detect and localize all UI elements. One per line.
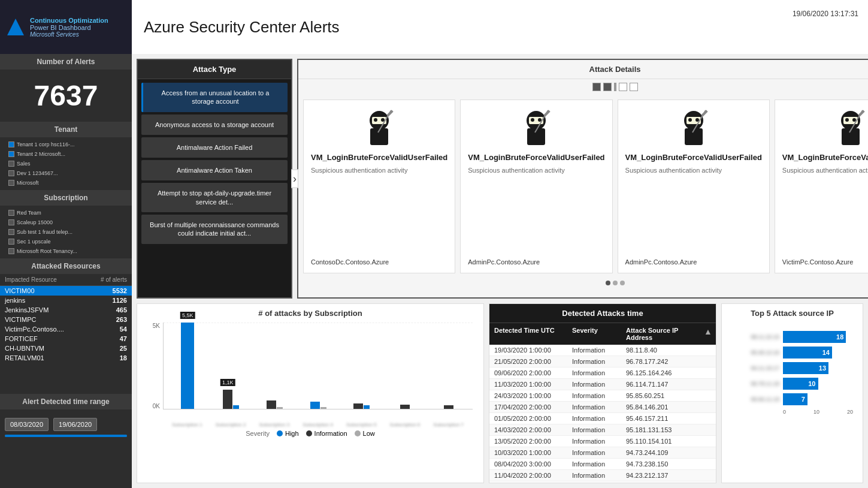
resource-scroll[interactable]: VICTIM00 5532 jenkins 1126 JenkinsJSFVM … [0, 286, 132, 394]
attack-btn-5[interactable]: Attempt to stop apt-daily-upgrade.timer … [141, 183, 288, 212]
table-row-1[interactable]: 19/03/2020 1:00:00 Information 98.11.8.4… [489, 345, 716, 356]
ip-bar-3: 13 [783, 362, 828, 374]
ip-bar-5: 7 [783, 393, 807, 405]
alert-card-1[interactable]: VM_LoginBruteForceValidUserFailed Suspic… [303, 100, 455, 273]
attack-btn-4[interactable]: Antimalware Action Taken [141, 160, 288, 180]
date-start-button[interactable]: 08/03/2020 [5, 418, 49, 431]
resource-row-retailvm01[interactable]: RETAILVM01 18 [0, 353, 132, 363]
card-resource-1: ContosoDc.Contoso.Azure [311, 258, 389, 266]
page-dot-1[interactable] [606, 281, 610, 285]
x-label-5: Subscription 5 [342, 422, 381, 427]
y-label-0k: 0K [142, 403, 160, 409]
table-row-13[interactable]: 21/04/2020 2:00:00 Information 94.23.212… [489, 481, 716, 483]
attack-btn-1[interactable]: Access from an unusual location to a sto… [141, 83, 288, 112]
legend-label-high: High [285, 430, 299, 437]
sub-checkbox-1[interactable] [8, 210, 14, 216]
ip-row-5: 95.84.11.19 7 [731, 393, 853, 405]
tenant-checkbox-5[interactable] [8, 180, 14, 186]
tenant-checkbox-3[interactable] [8, 161, 14, 167]
horiz-x-axis: 0 10 20 [731, 409, 853, 415]
top5-ip-panel: Top 5 Attack source IP 98.11.22.15 18 [721, 303, 863, 483]
resource-row-victim00[interactable]: VICTIM00 5532 [0, 286, 132, 296]
sub-item-4[interactable]: Sec 1 upscale [5, 237, 127, 246]
date-end-button[interactable]: 19/06/2020 [53, 418, 97, 431]
alerts-section-title: Number of Alerts [0, 54, 132, 70]
tenant-checkbox-1[interactable] [8, 141, 14, 147]
card-resource-3: AdminPc.Contoso.Azure [625, 258, 697, 266]
horiz-bar-chart: 98.11.22.15 18 95.45.12.16 14 [727, 323, 858, 420]
bar-high-4 [310, 402, 320, 409]
sub-item-2[interactable]: Scaleup 15000 [5, 218, 127, 227]
table-row-7[interactable]: 01/05/2020 2:00:00 Information 95.46.157… [489, 413, 716, 424]
bar-group-6 [386, 323, 425, 409]
table-row-9[interactable]: 13/05/2020 2:00:00 Information 95.110.15… [489, 436, 716, 447]
attack-btn-6[interactable]: Burst of multiple reconnaissance command… [141, 215, 288, 244]
svg-marker-0 [7, 19, 24, 35]
page-dot-3[interactable] [620, 281, 625, 285]
date-slider[interactable] [5, 435, 127, 437]
table-body[interactable]: 19/03/2020 1:00:00 Information 98.11.8.4… [489, 345, 716, 483]
dot-divider [614, 83, 616, 91]
legend-dot-high [277, 430, 283, 436]
sub-checkbox-2[interactable] [8, 219, 14, 225]
ip-bar-container-3: 13 [783, 362, 853, 374]
tenant-item-2[interactable]: Tenant 2 Microsoft... [5, 149, 127, 159]
bar-low-4 [320, 407, 326, 409]
alerts-count: 7637 [0, 70, 132, 122]
table-row-8[interactable]: 14/03/2020 2:00:00 Information 95.181.13… [489, 424, 716, 436]
resource-row-victimpc-contoso[interactable]: VictimPc.Contoso.... 54 [0, 324, 132, 334]
table-row-4[interactable]: 11/03/2020 1:00:00 Information 96.114.71… [489, 379, 716, 390]
attack-btn-2[interactable]: Anonymous access to a storage account [141, 115, 288, 135]
table-row-11[interactable]: 08/04/2020 3:00:00 Information 94.73.238… [489, 459, 716, 470]
sub-checkbox-5[interactable] [8, 248, 14, 254]
table-row-6[interactable]: 17/04/2020 2:00:00 Information 95.84.146… [489, 402, 716, 413]
tenant-item-5[interactable]: Microsoft [5, 178, 127, 188]
legend-dot-low [355, 430, 361, 436]
dot-4[interactable] [630, 83, 638, 91]
resource-row-ch-ubntvm[interactable]: CH-UBNTVM 25 [0, 344, 132, 353]
card-resource-2: AdminPc.Contoso.Azure [468, 258, 540, 266]
table-row-10[interactable]: 10/03/2020 1:00:00 Information 94.73.244… [489, 447, 716, 459]
resource-row-jenkinsjsfvm[interactable]: JenkinsJSFVM 465 [0, 305, 132, 315]
scroll-up-icon[interactable]: ▲ [704, 327, 711, 341]
tenant-item-3[interactable]: Sales [5, 159, 127, 168]
dot-1[interactable] [592, 83, 601, 91]
table-row-3[interactable]: 09/06/2020 2:00:00 Information 96.125.16… [489, 367, 716, 379]
alert-card-4[interactable]: VM_LoginBruteForceValidUserFailed Suspic… [775, 100, 868, 273]
sub-item-5[interactable]: Microsoft Root Tenancy... [5, 246, 127, 256]
logo-icon [6, 17, 25, 37]
bar-group-7 [429, 323, 468, 409]
tenant-checkbox-2[interactable] [8, 151, 14, 157]
resource-row-victimpc[interactable]: VICTIMPC 263 [0, 315, 132, 324]
dot-3[interactable] [619, 83, 627, 91]
sub-item-1[interactable]: Red Team [5, 208, 127, 218]
resource-row-forticef[interactable]: FORTICEF 47 [0, 334, 132, 344]
severity-label: Severity [246, 430, 270, 437]
ip-bar-container-5: 7 [783, 393, 853, 405]
alert-card-2[interactable]: VM_LoginBruteForceValidUserFailed Suspic… [460, 100, 612, 273]
date-inputs: 08/03/2020 19/06/2020 [5, 418, 127, 431]
legend-label-low: Low [363, 430, 375, 437]
table-row-12[interactable]: 11/04/2020 2:00:00 Information 94.23.212… [489, 470, 716, 481]
next-page-chevron[interactable]: › [291, 170, 298, 188]
sub-checkbox-4[interactable] [8, 239, 14, 245]
sub-item-3[interactable]: Sub test 1 fraud telep... [5, 227, 127, 237]
sub-checkbox-3[interactable] [8, 229, 14, 235]
table-row-5[interactable]: 24/03/2020 1:00:00 Information 95.85.60.… [489, 390, 716, 402]
page-dot-2[interactable] [613, 281, 618, 285]
table-row-2[interactable]: 21/05/2020 2:00:00 Information 96.78.177… [489, 356, 716, 367]
attack-btn-3[interactable]: Antimalware Action Failed [141, 137, 288, 158]
tenant-item-4[interactable]: Dev 1 1234567... [5, 168, 127, 178]
resource-row-jenkins[interactable]: jenkins 1126 [0, 296, 132, 305]
x-label-4: Subscription 4 [298, 422, 337, 427]
tenant-checkbox-4[interactable] [8, 170, 14, 176]
ip-count-4: 10 [808, 380, 815, 387]
bar-group-1: 5,5K [168, 323, 207, 409]
bar-info-7 [444, 405, 453, 409]
tenant-item-1[interactable]: Tenant 1 corp hsc116-... [5, 140, 127, 149]
dot-2[interactable] [603, 83, 612, 91]
alert-card-3[interactable]: VM_LoginBruteForceValidUserFailed Suspic… [618, 100, 770, 273]
ip-label-3: 94.11.15.17 [731, 365, 779, 371]
y-axis: 5K 0K [142, 323, 160, 409]
x-label-2: Subscription 2 [211, 422, 250, 427]
